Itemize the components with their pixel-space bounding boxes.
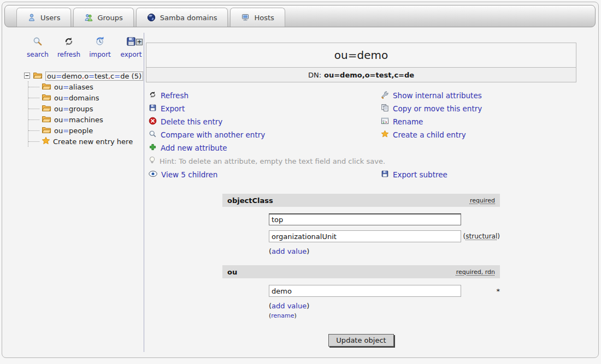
tree-toolbar: search refresh import export bbox=[24, 36, 145, 58]
hint-row: Hint: To delete an attribute, empty the … bbox=[149, 155, 576, 167]
link-label: Show internal attributes bbox=[393, 91, 482, 100]
tree-children: ou=aliases ou=domains ou=groups ou=machi… bbox=[28, 81, 143, 147]
tree-root-label[interactable]: ou=demo,o=test,c=de (5) bbox=[45, 71, 143, 81]
tree-item-label: ou=groups bbox=[54, 105, 93, 113]
attr-name: objectClass bbox=[227, 196, 273, 205]
floppy-icon bbox=[126, 36, 137, 49]
link-label: View 5 children bbox=[161, 170, 217, 179]
link-label: Add new attribute bbox=[161, 144, 227, 152]
entry-pane: ou=demo DN: ou=demo,o=test,c=de Refresh … bbox=[146, 43, 576, 347]
tree-item-machines[interactable]: ou=machines bbox=[28, 114, 143, 125]
ldap-tree: ou=demo,o=test,c=de (5) ou=aliases ou=do… bbox=[24, 70, 143, 147]
minus-expander-icon[interactable] bbox=[24, 72, 30, 80]
link-label: Export subtree bbox=[393, 170, 447, 179]
refresh-icon bbox=[149, 91, 157, 100]
attr-body-objectclass: (structural) (add value) bbox=[222, 207, 500, 255]
tree-item-aliases[interactable]: ou=aliases bbox=[28, 81, 143, 92]
folder-icon bbox=[33, 71, 43, 81]
attr-flags[interactable]: required, rdn bbox=[456, 268, 495, 276]
ou-add-value[interactable]: (add value) bbox=[269, 302, 500, 310]
copy-icon bbox=[381, 104, 389, 114]
add-value-link: add value bbox=[272, 302, 307, 310]
expand-panel-button[interactable]: + bbox=[136, 39, 143, 45]
tab-label: Users bbox=[40, 14, 60, 22]
attribute-form: objectClass required (structural) (add v… bbox=[222, 194, 500, 347]
star-icon bbox=[42, 136, 50, 147]
attr-body-ou: * (add value) (rename) bbox=[222, 278, 500, 319]
users-group-icon bbox=[84, 13, 93, 22]
entry-dn-box: DN: ou=demo,o=test,c=de bbox=[146, 67, 576, 82]
link-label: Rename bbox=[393, 117, 423, 126]
panel-divider bbox=[144, 33, 144, 352]
view-children-link[interactable]: View 5 children bbox=[149, 168, 576, 181]
show-internal-attributes-link[interactable]: Show internal attributes bbox=[381, 89, 482, 102]
folder-icon bbox=[42, 104, 51, 114]
import-button[interactable]: import bbox=[86, 36, 114, 58]
tree-item-domains[interactable]: ou=domains bbox=[28, 92, 143, 103]
children-row: View 5 children Export subtree bbox=[149, 168, 576, 181]
objectclass-add-value[interactable]: (add value) bbox=[269, 247, 500, 255]
toolbar-label: export bbox=[121, 51, 142, 58]
link-label: Copy or move this entry bbox=[393, 104, 482, 113]
plus-icon bbox=[149, 143, 157, 153]
star-icon bbox=[381, 130, 389, 140]
tab-hosts[interactable]: Hosts bbox=[230, 8, 285, 27]
delete-icon bbox=[149, 117, 157, 127]
rename-icon bbox=[381, 117, 389, 127]
link-label: Export bbox=[161, 104, 185, 113]
link-label: Create a child entry bbox=[393, 130, 466, 139]
tree-item-groups[interactable]: ou=groups bbox=[28, 103, 143, 114]
entry-title-box: ou=demo bbox=[146, 43, 576, 68]
tree-create-entry[interactable]: Create new entry here bbox=[28, 136, 143, 147]
link-label: Delete this entry bbox=[161, 117, 222, 126]
toolbar-label: search bbox=[27, 51, 49, 58]
toolbar-label: import bbox=[89, 51, 111, 58]
refresh-icon bbox=[63, 36, 74, 49]
objectclass-value-input-1[interactable] bbox=[269, 230, 461, 242]
plus-icon: + bbox=[137, 38, 142, 45]
search-button[interactable]: search bbox=[24, 36, 51, 58]
export-link[interactable]: Export bbox=[149, 102, 576, 115]
refresh-button[interactable]: refresh bbox=[55, 36, 83, 58]
tab-users[interactable]: Users bbox=[16, 8, 71, 27]
rename-link: rename bbox=[271, 312, 294, 319]
floppy-icon bbox=[149, 104, 157, 114]
attr-name: ou bbox=[227, 268, 237, 276]
objectclass-value-input-0[interactable] bbox=[269, 213, 461, 225]
entry-actions: Refresh Export Delete this entry Compare… bbox=[149, 89, 576, 154]
rename-link[interactable]: Rename bbox=[381, 115, 482, 128]
attr-flags[interactable]: required bbox=[470, 197, 495, 204]
structural-note[interactable]: (structural) bbox=[463, 232, 500, 240]
search-icon bbox=[32, 36, 43, 49]
tab-samba-domains[interactable]: Samba domains bbox=[136, 8, 228, 27]
create-child-entry-link[interactable]: Create a child entry bbox=[381, 128, 482, 141]
add-attribute-link[interactable]: Add new attribute bbox=[149, 141, 576, 154]
ou-rename[interactable]: (rename) bbox=[269, 312, 500, 319]
tab-label: Groups bbox=[97, 14, 122, 22]
globe-icon bbox=[147, 13, 156, 22]
attr-header-objectclass: objectClass required bbox=[222, 194, 500, 207]
required-marker: * bbox=[497, 287, 500, 295]
copy-move-entry-link[interactable]: Copy or move this entry bbox=[381, 102, 482, 115]
eye-icon bbox=[149, 170, 157, 179]
refresh-link[interactable]: Refresh bbox=[149, 89, 576, 102]
lightbulb-icon bbox=[149, 156, 156, 166]
ou-value-input[interactable] bbox=[269, 285, 461, 297]
folder-icon bbox=[42, 115, 51, 124]
dn-label: DN: bbox=[308, 71, 321, 79]
tree-item-people[interactable]: ou=people bbox=[28, 125, 143, 136]
compare-entry-link[interactable]: Compare with another entry bbox=[149, 128, 576, 141]
import-icon bbox=[95, 36, 105, 49]
tab-bar: Users Groups Samba domains Hosts bbox=[4, 5, 596, 27]
magnifier-icon bbox=[149, 130, 157, 140]
export-subtree-link[interactable]: Export subtree bbox=[381, 168, 447, 181]
floppy-icon bbox=[381, 170, 389, 180]
tree-item-label: ou=machines bbox=[54, 116, 103, 124]
tree-root[interactable]: ou=demo,o=test,c=de (5) bbox=[24, 70, 143, 81]
update-object-button[interactable]: Update object bbox=[328, 334, 393, 347]
tab-label: Samba domains bbox=[160, 14, 217, 22]
tab-groups[interactable]: Groups bbox=[73, 8, 133, 27]
delete-entry-link[interactable]: Delete this entry bbox=[149, 115, 576, 128]
tree-item-label: ou=domains bbox=[54, 94, 99, 102]
toolbar-label: refresh bbox=[57, 51, 80, 58]
